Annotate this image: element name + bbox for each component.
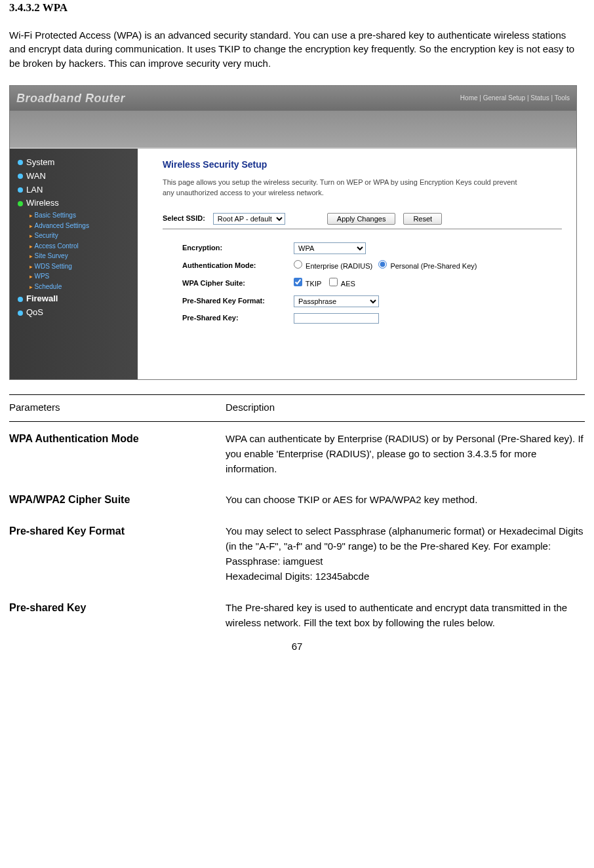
cipher-aes-checkbox[interactable]	[329, 278, 338, 286]
encryption-select[interactable]: WPA	[294, 242, 366, 254]
sidebar-sub-wps[interactable]: WPS	[30, 272, 138, 282]
auth-personal-option[interactable]: Personal (Pre-Shared Key)	[378, 262, 477, 270]
sidebar-item-label: LAN	[26, 184, 43, 197]
sidebar-item-wireless[interactable]: Wireless	[18, 197, 138, 210]
panel-title: Wireless Security Setup	[163, 158, 562, 171]
ssid-row: Select SSID: Root AP - default Apply Cha…	[163, 213, 562, 225]
router-ui-screenshot: Broadband Router Home | General Setup | …	[9, 85, 577, 380]
psk-format-select[interactable]: Passphrase	[294, 295, 379, 307]
param-desc: You can choose TKIP or AES for WPA/WPA2 …	[226, 483, 585, 514]
router-main-panel: Wireless Security Setup This page allows…	[138, 149, 576, 379]
cipher-aes-option[interactable]: AES	[329, 280, 355, 288]
auth-mode-options: Enterprise (RADIUS) Personal (Pre-Shared…	[294, 260, 549, 272]
param-desc: WPA can authenticate by Enterprise (RADI…	[226, 421, 585, 483]
router-top-links[interactable]: Home | General Setup | Status | Tools	[460, 94, 570, 104]
param-desc: You may select to select Passphrase (alp…	[226, 514, 585, 591]
table-row: WPA Authentication Mode WPA can authenti…	[9, 421, 585, 483]
bullet-icon	[18, 201, 23, 206]
sidebar-item-label: WAN	[26, 170, 46, 183]
param-name: Pre-shared Key Format	[9, 514, 226, 591]
parameters-table: Parameters Description WPA Authenticatio…	[9, 394, 585, 637]
sidebar-sub-wds[interactable]: WDS Setting	[30, 262, 138, 272]
sidebar-sub-access-control[interactable]: Access Control	[30, 242, 138, 252]
bullet-icon	[18, 297, 23, 302]
router-header: Broadband Router Home | General Setup | …	[10, 86, 576, 111]
router-banner-spacer	[10, 111, 576, 149]
psk-format-label: Pre-Shared Key Format:	[182, 296, 294, 307]
sidebar-sub-advanced[interactable]: Advanced Settings	[30, 221, 138, 231]
security-form: Encryption: WPA Authentication Mode: Ent…	[182, 242, 549, 324]
sidebar-sub-security[interactable]: Security	[30, 231, 138, 241]
sidebar-item-lan[interactable]: LAN	[18, 184, 138, 197]
sidebar-sub-basic[interactable]: Basic Settings	[30, 211, 138, 221]
sidebar-item-firewall[interactable]: Firewall	[18, 293, 138, 305]
section-heading: 3.4.3.2 WPA	[9, 0, 585, 16]
param-name: WPA Authentication Mode	[9, 421, 226, 483]
encryption-label: Encryption:	[182, 243, 294, 254]
apply-changes-button[interactable]: Apply Changes	[327, 213, 396, 225]
router-sidebar: System WAN LAN Wireless Basic Settings A…	[10, 149, 138, 379]
sidebar-item-qos[interactable]: QoS	[18, 307, 138, 319]
cipher-tkip-text: TKIP	[306, 280, 321, 288]
sidebar-item-label: Wireless	[26, 197, 59, 210]
cipher-options: TKIP AES	[294, 278, 549, 290]
sidebar-item-label: Firewall	[26, 293, 58, 305]
ssid-select[interactable]: Root AP - default	[213, 213, 285, 225]
table-row: Pre-shared Key Format You may select to …	[9, 514, 585, 591]
auth-enterprise-radio[interactable]	[294, 260, 302, 269]
sidebar-item-label: System	[26, 157, 54, 169]
auth-enterprise-text: Enterprise (RADIUS)	[306, 262, 372, 270]
auth-enterprise-option[interactable]: Enterprise (RADIUS)	[294, 262, 372, 270]
cipher-label: WPA Cipher Suite:	[182, 278, 294, 289]
sidebar-sub-site-survey[interactable]: Site Survey	[30, 252, 138, 261]
reset-button[interactable]: Reset	[403, 213, 442, 225]
router-title: Broadband Router	[16, 90, 125, 107]
param-desc: The Pre-shared key is used to authentica…	[226, 591, 585, 637]
sidebar-item-wan[interactable]: WAN	[18, 170, 138, 183]
panel-subtitle: This page allows you setup the wireless …	[163, 178, 530, 198]
page-number: 67	[9, 639, 585, 654]
sidebar-item-system[interactable]: System	[18, 157, 138, 169]
auth-personal-radio[interactable]	[378, 260, 387, 269]
divider	[163, 229, 562, 229]
table-row: WPA/WPA2 Cipher Suite You can choose TKI…	[9, 483, 585, 514]
param-name: Pre-shared Key	[9, 591, 226, 637]
bullet-icon	[18, 174, 23, 179]
param-name: WPA/WPA2 Cipher Suite	[9, 483, 226, 514]
psk-label: Pre-Shared Key:	[182, 313, 294, 324]
auth-personal-text: Personal (Pre-Shared Key)	[390, 262, 477, 270]
psk-input[interactable]	[294, 313, 379, 324]
ssid-label: Select SSID:	[163, 214, 205, 224]
bullet-icon	[18, 160, 23, 165]
intro-paragraph: Wi-Fi Protected Access (WPA) is an advan…	[9, 28, 585, 71]
cipher-aes-text: AES	[341, 280, 355, 288]
bullet-icon	[18, 311, 23, 316]
bullet-icon	[18, 187, 23, 193]
cipher-tkip-option[interactable]: TKIP	[294, 280, 321, 288]
sidebar-sub-schedule[interactable]: Schedule	[30, 282, 138, 292]
cipher-tkip-checkbox[interactable]	[294, 278, 302, 286]
table-head-parameters: Parameters	[9, 394, 226, 421]
table-head-description: Description	[226, 394, 585, 421]
table-row: Pre-shared Key The Pre-shared key is use…	[9, 591, 585, 637]
sidebar-item-label: QoS	[26, 307, 43, 319]
sidebar-wireless-sub: Basic Settings Advanced Settings Securit…	[30, 211, 138, 292]
auth-mode-label: Authentication Mode:	[182, 261, 294, 271]
